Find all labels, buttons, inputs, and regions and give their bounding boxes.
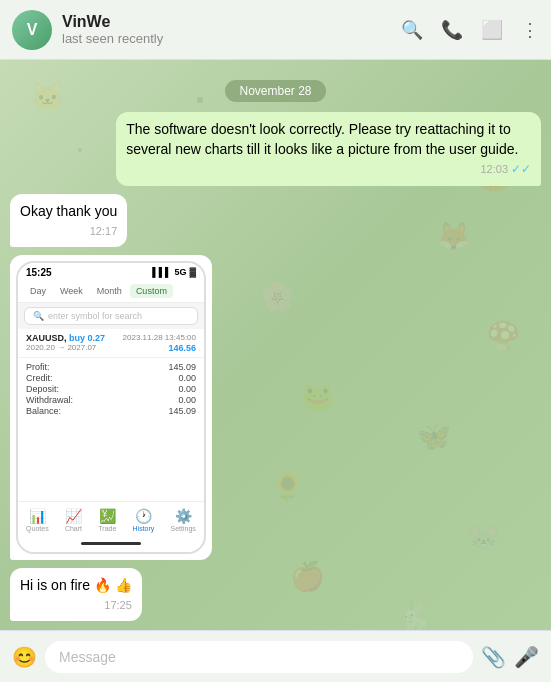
date-label: November 28 — [225, 80, 325, 102]
trade-details: Profit: 145.09 Credit: 0.00 Deposit: 0.0… — [18, 358, 204, 421]
message-bubble-incoming: Hi is on fire 🔥 👍 17:25 — [10, 568, 142, 621]
nav-chart[interactable]: 📈 Chart — [65, 508, 82, 532]
time-label: 17:25 — [104, 598, 132, 613]
nav-history[interactable]: 🕐 History — [133, 508, 155, 532]
profit-label: Profit: — [26, 362, 50, 372]
nav-quotes[interactable]: 📊 Quotes — [26, 508, 49, 532]
phone-time: 15:25 — [26, 267, 52, 278]
message-row: 15:25 ▌▌▌ 5G ▓ Day Week Month Custom � — [10, 255, 541, 560]
balance-value: 145.09 — [168, 406, 196, 416]
phone-bottom-nav: 📊 Quotes 📈 Chart 💹 Trade 🕐 History — [18, 501, 204, 536]
nav-trade[interactable]: 💹 Trade — [98, 508, 116, 532]
message-time: 12:03 ✓✓ — [126, 161, 531, 178]
chat-header: V VinWe last seen recently 🔍 📞 ⬜ ⋮ — [0, 0, 551, 60]
trade-range: 2020.20 → 2027.07 — [26, 343, 96, 353]
chart-icon: 📈 — [65, 508, 82, 524]
nav-trade-label: Trade — [98, 525, 116, 532]
message-time: 12:17 — [20, 224, 117, 239]
date-badge: November 28 — [10, 80, 541, 102]
phone-tabs: Day Week Month Custom — [18, 280, 204, 303]
trade-icon: 💹 — [99, 508, 116, 524]
credit-value: 0.00 — [178, 373, 196, 383]
tab-day[interactable]: Day — [24, 284, 52, 298]
avatar: V — [12, 10, 52, 50]
credit-label: Credit: — [26, 373, 53, 383]
trade-header-row: XAUUSD, buy 0.27 2023.11.28 13:45:00 202… — [18, 329, 204, 358]
credit-row: Credit: 0.00 — [26, 373, 196, 383]
withdrawal-value: 0.00 — [178, 395, 196, 405]
phone-blank-area — [18, 421, 204, 501]
nav-quotes-label: Quotes — [26, 525, 49, 532]
home-bar — [81, 542, 141, 545]
phone-status-bar: 15:25 ▌▌▌ 5G ▓ — [18, 263, 204, 280]
deposit-value: 0.00 — [178, 384, 196, 394]
message-text: The software doesn't look correctly. Ple… — [126, 121, 518, 157]
emoji-button[interactable]: 😊 — [12, 645, 37, 669]
profit-row: Profit: 145.09 — [26, 362, 196, 372]
message-text: Hi is on fire 🔥 👍 — [20, 577, 132, 593]
date-to: 2027.07 — [67, 343, 96, 352]
trade-symbol: XAUUSD, buy 0.27 — [26, 333, 105, 343]
input-placeholder: Message — [59, 649, 116, 665]
input-bar: 😊 Message 📎 🎤 — [0, 630, 551, 682]
time-label: 12:03 — [480, 162, 508, 177]
battery-icon: ▓ — [189, 267, 196, 277]
trade-timestamp: 2023.11.28 13:45:00 — [123, 333, 196, 342]
chat-area: November 28 The software doesn't look co… — [0, 60, 551, 630]
profit-value: 145.09 — [168, 362, 196, 372]
message-text: Okay thank you — [20, 203, 117, 219]
message-row: Okay thank you 12:17 — [10, 194, 541, 247]
phone-home-indicator — [18, 536, 204, 552]
message-row: Hi is on fire 🔥 👍 17:25 — [10, 568, 541, 621]
message-row: The software doesn't look correctly. Ple… — [10, 112, 541, 186]
nav-chart-label: Chart — [65, 525, 82, 532]
tab-week[interactable]: Week — [54, 284, 89, 298]
search-icon-small: 🔍 — [33, 311, 44, 321]
message-input-field[interactable]: Message — [45, 641, 473, 673]
nav-settings-label: Settings — [171, 525, 196, 532]
history-icon: 🕐 — [135, 508, 152, 524]
search-placeholder: enter symbol for search — [48, 311, 142, 321]
header-info: VinWe last seen recently — [62, 13, 401, 46]
trade-action: buy 0.27 — [69, 333, 105, 343]
date-from: 2020.20 — [26, 343, 55, 352]
quotes-icon: 📊 — [29, 508, 46, 524]
read-receipt: ✓✓ — [511, 161, 531, 178]
video-icon[interactable]: ⬜ — [481, 19, 503, 41]
balance-label: Balance: — [26, 406, 61, 416]
withdrawal-label: Withdrawal: — [26, 395, 73, 405]
nav-history-label: History — [133, 525, 155, 532]
nav-settings[interactable]: ⚙️ Settings — [171, 508, 196, 532]
phone-screenshot: 15:25 ▌▌▌ 5G ▓ Day Week Month Custom � — [16, 261, 206, 554]
phone-icon[interactable]: 📞 — [441, 19, 463, 41]
withdrawal-row: Withdrawal: 0.00 — [26, 395, 196, 405]
settings-icon: ⚙️ — [175, 508, 192, 524]
symbol-name: XAUUSD — [26, 333, 64, 343]
message-bubble-outgoing: The software doesn't look correctly. Ple… — [116, 112, 541, 186]
network-label: 5G — [174, 267, 186, 277]
deposit-row: Deposit: 0.00 — [26, 384, 196, 394]
attach-button[interactable]: 📎 — [481, 645, 506, 669]
phone-status-right: ▌▌▌ 5G ▓ — [152, 267, 196, 277]
tab-custom[interactable]: Custom — [130, 284, 173, 298]
search-icon[interactable]: 🔍 — [401, 19, 423, 41]
header-actions: 🔍 📞 ⬜ ⋮ — [401, 19, 539, 41]
signal-icon: ▌▌▌ — [152, 267, 171, 277]
time-label: 12:17 — [90, 224, 118, 239]
contact-name: VinWe — [62, 13, 401, 31]
tab-month[interactable]: Month — [91, 284, 128, 298]
mic-button[interactable]: 🎤 — [514, 645, 539, 669]
message-bubble-incoming: Okay thank you 12:17 — [10, 194, 127, 247]
trade-price: 146.56 — [168, 343, 196, 353]
deposit-label: Deposit: — [26, 384, 59, 394]
message-time: 17:25 — [20, 598, 132, 613]
image-bubble: 15:25 ▌▌▌ 5G ▓ Day Week Month Custom � — [10, 255, 212, 560]
more-icon[interactable]: ⋮ — [521, 19, 539, 41]
balance-row: Balance: 145.09 — [26, 406, 196, 416]
phone-search[interactable]: 🔍 enter symbol for search — [24, 307, 198, 325]
contact-status: last seen recently — [62, 31, 401, 46]
avatar-initial: V — [27, 21, 38, 39]
